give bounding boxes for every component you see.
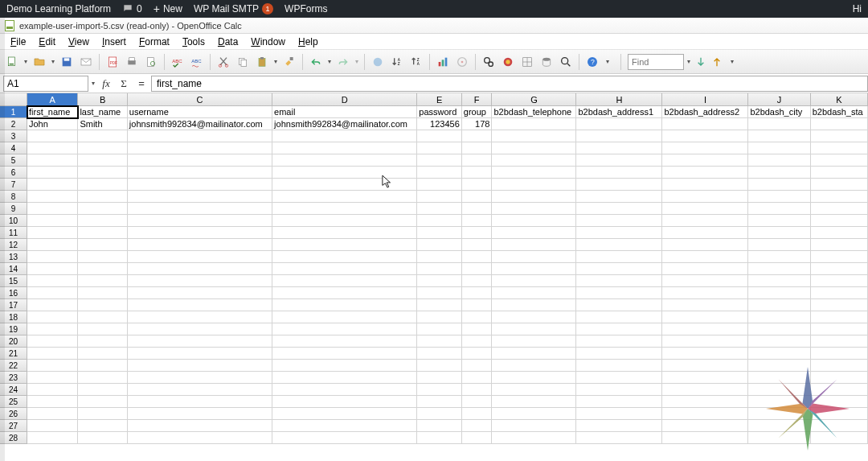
cell-J15[interactable] xyxy=(748,275,810,287)
cell-F2[interactable]: 178 xyxy=(462,118,493,130)
cell-D20[interactable] xyxy=(272,335,417,348)
cell-J4[interactable] xyxy=(748,142,810,154)
cell-F7[interactable] xyxy=(462,179,493,191)
cell-E26[interactable] xyxy=(417,408,461,420)
cell-G22[interactable] xyxy=(492,360,576,372)
cell-F5[interactable] xyxy=(462,154,493,167)
cell-F16[interactable] xyxy=(462,287,493,299)
row-header-8[interactable]: 8 xyxy=(0,191,27,203)
cell-C4[interactable] xyxy=(128,142,272,154)
cell-C8[interactable] xyxy=(128,191,272,203)
cell-K6[interactable] xyxy=(811,167,868,179)
cell-H22[interactable] xyxy=(576,360,662,372)
cell-H4[interactable] xyxy=(576,142,662,154)
cell-C10[interactable] xyxy=(128,215,272,227)
row-header-12[interactable]: 12 xyxy=(0,239,27,251)
cell-E22[interactable] xyxy=(417,360,461,372)
row-header-22[interactable]: 22 xyxy=(0,360,27,372)
cell-J17[interactable] xyxy=(748,299,810,311)
cell-D13[interactable] xyxy=(272,251,417,263)
cell-K2[interactable] xyxy=(811,118,868,130)
row-header-15[interactable]: 15 xyxy=(0,275,27,287)
column-header-H[interactable]: H xyxy=(576,93,662,106)
cell-D3[interactable] xyxy=(272,130,417,142)
column-header-B[interactable]: B xyxy=(78,93,127,106)
cell-G25[interactable] xyxy=(492,396,576,408)
row-header-20[interactable]: 20 xyxy=(0,335,27,348)
cell-I22[interactable] xyxy=(662,360,748,372)
cell-K24[interactable] xyxy=(811,384,868,396)
cell-C26[interactable] xyxy=(128,408,272,420)
cell-I15[interactable] xyxy=(662,275,748,287)
cell-J16[interactable] xyxy=(748,287,810,299)
cell-F15[interactable] xyxy=(462,275,493,287)
cell-J1[interactable]: b2bdash_city xyxy=(748,106,810,118)
select-all-corner[interactable] xyxy=(0,93,27,106)
cell-A4[interactable] xyxy=(27,142,78,154)
chart-button[interactable] xyxy=(434,53,452,71)
cell-K25[interactable] xyxy=(811,396,868,408)
menu-format[interactable]: Format xyxy=(133,35,175,49)
export-pdf-button[interactable]: PDF xyxy=(104,53,121,71)
cell-D12[interactable] xyxy=(272,239,417,251)
cell-reference-box[interactable]: A1 xyxy=(3,76,88,92)
findbar-overflow[interactable]: ▾ xyxy=(729,58,735,65)
cell-I26[interactable] xyxy=(662,408,748,420)
cell-A25[interactable] xyxy=(27,396,78,408)
email-button[interactable] xyxy=(77,53,95,71)
cell-J7[interactable] xyxy=(748,179,810,191)
cell-G3[interactable] xyxy=(492,130,576,142)
gallery-button[interactable] xyxy=(499,53,517,71)
cell-J18[interactable] xyxy=(748,311,810,323)
cell-D6[interactable] xyxy=(272,167,417,179)
cell-H12[interactable] xyxy=(576,239,662,251)
cell-E19[interactable] xyxy=(417,323,461,335)
cell-G20[interactable] xyxy=(492,335,576,348)
find-replace-button[interactable] xyxy=(480,53,497,71)
menu-window[interactable]: Window xyxy=(245,35,291,49)
open-button[interactable] xyxy=(31,53,48,71)
cell-A10[interactable] xyxy=(27,215,78,227)
cell-H7[interactable] xyxy=(576,179,662,191)
cell-F28[interactable] xyxy=(462,432,493,444)
toolbar-overflow[interactable]: ▾ xyxy=(604,58,611,65)
menu-file[interactable]: File xyxy=(5,35,31,49)
cell-B8[interactable] xyxy=(78,191,127,203)
cell-G28[interactable] xyxy=(492,432,576,444)
cell-F11[interactable] xyxy=(462,227,493,239)
cell-B28[interactable] xyxy=(78,432,127,444)
row-header-10[interactable]: 10 xyxy=(0,215,27,227)
cell-K20[interactable] xyxy=(811,335,868,348)
cell-I28[interactable] xyxy=(662,432,748,444)
help-button[interactable]: ? xyxy=(583,53,601,71)
cell-K13[interactable] xyxy=(811,251,868,263)
cell-H13[interactable] xyxy=(576,251,662,263)
cell-A18[interactable] xyxy=(27,311,78,323)
cell-G11[interactable] xyxy=(492,227,576,239)
cell-G6[interactable] xyxy=(492,167,576,179)
cell-B27[interactable] xyxy=(78,420,127,432)
cell-A14[interactable] xyxy=(27,263,78,275)
cell-A28[interactable] xyxy=(27,432,78,444)
cell-D9[interactable] xyxy=(272,203,417,215)
cell-B1[interactable]: last_name xyxy=(78,106,127,118)
row-header-18[interactable]: 18 xyxy=(0,311,27,323)
cell-J25[interactable] xyxy=(748,396,810,408)
cell-H8[interactable] xyxy=(576,191,662,203)
cell-J19[interactable] xyxy=(748,323,810,335)
cell-E17[interactable] xyxy=(417,299,461,311)
cell-C2[interactable]: johnsmith992834@mailinator.com xyxy=(128,118,272,130)
cell-K18[interactable] xyxy=(811,311,868,323)
cell-J22[interactable] xyxy=(748,360,810,372)
cell-B26[interactable] xyxy=(78,408,127,420)
cell-H27[interactable] xyxy=(576,420,662,432)
cell-F22[interactable] xyxy=(462,360,493,372)
cell-C6[interactable] xyxy=(128,167,272,179)
cell-I16[interactable] xyxy=(662,287,748,299)
row-header-14[interactable]: 14 xyxy=(0,263,27,275)
cell-I19[interactable] xyxy=(662,323,748,335)
cell-G5[interactable] xyxy=(492,154,576,167)
cell-C12[interactable] xyxy=(128,239,272,251)
cell-K1[interactable]: b2bdash_sta xyxy=(811,106,868,118)
cell-J28[interactable] xyxy=(748,432,810,444)
